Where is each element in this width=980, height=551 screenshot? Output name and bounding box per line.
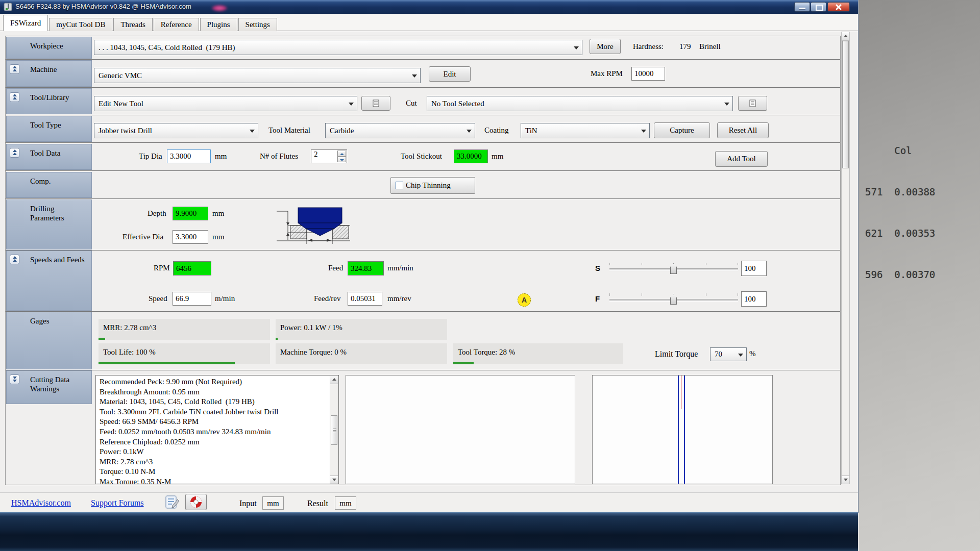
more-button[interactable]: More xyxy=(590,39,621,54)
expand-warnings-button[interactable] xyxy=(10,374,19,384)
speed-slider-thumb[interactable] xyxy=(670,263,677,274)
depth-input[interactable] xyxy=(173,207,208,220)
reset-all-button[interactable]: Reset All xyxy=(717,122,769,138)
feed-slider-thumb[interactable] xyxy=(670,294,677,305)
warnings-scroll-up[interactable] xyxy=(330,375,338,384)
slider-tick xyxy=(706,263,706,265)
feed-unit: mm/min xyxy=(387,264,413,272)
minimize-button[interactable] xyxy=(794,2,810,12)
tip-dia-label: Tip Dia xyxy=(139,152,162,161)
speed-label: Speed xyxy=(149,294,167,303)
feed-input[interactable] xyxy=(348,261,384,276)
scroll-down-button[interactable] xyxy=(842,475,849,484)
limit-torque-dropdown[interactable]: 70 xyxy=(710,347,747,361)
machine-dropdown[interactable]: Generic VMC xyxy=(94,68,421,83)
warning-line: Power: 0.1kW xyxy=(100,447,328,457)
stickout-input[interactable] xyxy=(454,149,488,163)
scroll-up-button[interactable] xyxy=(842,32,849,41)
stepper-buttons[interactable] xyxy=(337,151,346,162)
speeds-label-cell: Speeds and Feeds xyxy=(6,251,92,311)
content-bottom-border xyxy=(5,485,841,485)
feed-percent-input[interactable] xyxy=(741,291,767,307)
warnings-scroll-down[interactable] xyxy=(330,475,338,484)
add-tool-button[interactable]: Add Tool xyxy=(715,151,768,167)
collapse-speeds-button[interactable] xyxy=(10,255,19,264)
edit-machine-button[interactable]: Edit xyxy=(429,66,471,82)
flutes-label: N# of Flutes xyxy=(260,152,298,161)
tab-settings[interactable]: Settings xyxy=(238,18,277,31)
collapse-tool-library-button[interactable] xyxy=(10,92,19,102)
warnings-scrollbar[interactable] xyxy=(330,375,338,484)
tool-type-label: Tool Type xyxy=(30,120,87,130)
row-divider xyxy=(5,142,841,143)
rpm-input[interactable] xyxy=(173,261,211,276)
cut-notes-button[interactable] xyxy=(738,96,767,111)
tab-plugins[interactable]: Plugins xyxy=(200,18,237,31)
feed-slider[interactable] xyxy=(609,292,738,306)
collapse-machine-button[interactable] xyxy=(10,64,19,74)
cutting-data-textarea[interactable]: Recommended Peck: 9.90 mm (Not Required)… xyxy=(95,375,339,484)
forums-link[interactable]: Support Forums xyxy=(91,498,144,508)
speed-input[interactable] xyxy=(173,292,211,306)
warning-line: Max Torque: 0.35 N-M xyxy=(100,477,328,484)
main-scrollbar[interactable] xyxy=(841,32,850,484)
window-edge-highlight xyxy=(858,0,859,551)
home-link[interactable]: HSMAdvisor.com xyxy=(11,498,71,508)
feed-rev-input[interactable] xyxy=(348,292,382,306)
capture-button[interactable]: Capture xyxy=(654,122,710,138)
form-pencil-icon xyxy=(164,494,180,510)
tab-fswizard[interactable]: FSWizard xyxy=(3,15,48,31)
input-unit-selector[interactable]: mm xyxy=(262,496,284,510)
tool-material-dropdown[interactable]: Carbide xyxy=(325,123,475,138)
warnings-scroll-thumb[interactable] xyxy=(331,415,337,445)
collapse-tool-data-button[interactable] xyxy=(10,148,19,158)
chip-thinning-checkbox[interactable] xyxy=(396,182,403,189)
help-lifebuoy-button[interactable] xyxy=(185,494,207,510)
auto-mode-badge[interactable]: A xyxy=(518,293,531,307)
row-divider xyxy=(5,250,841,251)
photo-text-line: 621 0.00353 xyxy=(865,227,935,240)
chip-thinning-toggle[interactable]: Chip Thinning xyxy=(390,177,475,194)
row-divider xyxy=(5,87,841,88)
comp-label: Comp. xyxy=(30,177,87,186)
tool-torque-gage: Tool Torque: 28 % xyxy=(453,343,623,364)
stepper-up-icon[interactable] xyxy=(337,151,346,157)
tab-reference[interactable]: Reference xyxy=(154,18,199,31)
stepper-down-icon[interactable] xyxy=(337,157,346,163)
effective-dia-input[interactable] xyxy=(173,230,208,244)
speed-slider[interactable] xyxy=(609,262,738,275)
tab-mycut-tool-db[interactable]: myCut Tool DB xyxy=(49,18,112,31)
warning-line: Recommended Peck: 9.90 mm (Not Required) xyxy=(100,377,328,387)
feed-label: Feed xyxy=(328,264,343,272)
feedback-button[interactable] xyxy=(164,494,180,512)
power-gage: Power: 0.1 kW / 1% xyxy=(276,319,447,340)
row-divider xyxy=(5,115,841,115)
maximize-button[interactable] xyxy=(811,2,826,12)
workpiece-value: . . . 1043, 1045, C45, Cold Rolled (179 … xyxy=(99,43,235,52)
tool-library-dropdown[interactable]: Edit New Tool xyxy=(94,96,357,111)
stickout-unit: mm xyxy=(492,152,503,161)
flutes-stepper[interactable]: 2 xyxy=(311,149,347,163)
dropdown-arrow-icon xyxy=(574,46,579,49)
tool-type-dropdown[interactable]: Jobber twist Drill xyxy=(94,123,258,138)
warning-line: MRR: 2.78 cm^3 xyxy=(100,457,328,467)
max-rpm-input[interactable] xyxy=(631,67,665,81)
input-unit-label: Input xyxy=(239,499,257,508)
cut-dropdown[interactable]: No Tool Selected xyxy=(427,96,733,111)
speed-percent-input[interactable] xyxy=(741,261,767,276)
coating-dropdown[interactable]: TiN xyxy=(521,123,650,138)
workpiece-dropdown[interactable]: . . . 1043, 1045, C45, Cold Rolled (179 … xyxy=(94,40,582,55)
close-button[interactable] xyxy=(827,2,850,12)
photo-text-line: 571 0.00388 xyxy=(865,185,935,199)
title-bar[interactable]: S6456 F324.83 by HSMAdvisor v0.842 @ HSM… xyxy=(0,0,858,14)
tab-threads[interactable]: Threads xyxy=(113,18,152,31)
power-gage-bar xyxy=(276,338,278,340)
tip-dia-input[interactable] xyxy=(167,149,211,163)
result-unit-selector[interactable]: mm xyxy=(335,496,356,510)
mrr-gage-bar xyxy=(99,338,105,340)
limit-torque-unit: % xyxy=(749,349,756,358)
tool-notes-button[interactable] xyxy=(361,96,390,111)
scrollbar-thumb[interactable] xyxy=(842,41,849,168)
row-divider xyxy=(5,36,841,36)
warning-line: Material: 1043, 1045, C45, Cold Rolled (… xyxy=(100,397,328,407)
